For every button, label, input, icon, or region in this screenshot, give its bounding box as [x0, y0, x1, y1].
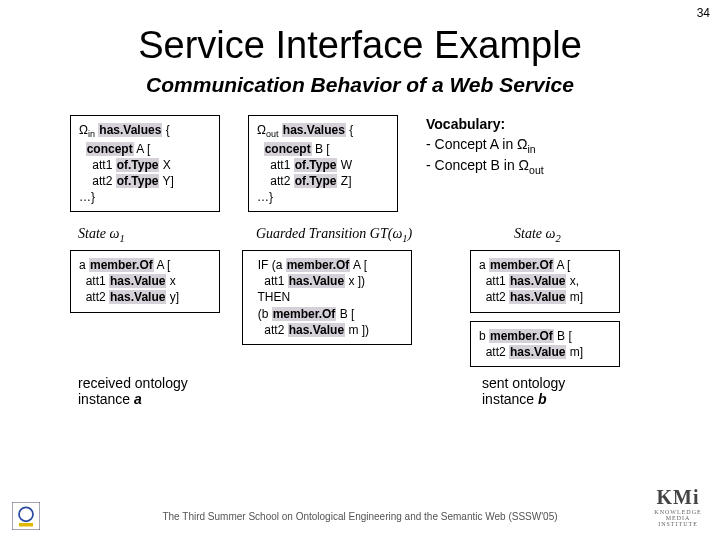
- t: ): [408, 226, 413, 241]
- t: X: [159, 158, 170, 172]
- t: att1: [79, 158, 116, 172]
- t: m ]): [345, 323, 369, 337]
- t: instance: [78, 391, 134, 407]
- guarded-transition-label: Guarded Transition GT(ω1): [256, 226, 446, 244]
- t: Guarded Transition GT(ω: [256, 226, 402, 241]
- row-members: a member.Of A [ att1 has.Value x att2 ha…: [0, 250, 720, 367]
- t: has.Values: [98, 123, 162, 137]
- t: State ω: [514, 226, 555, 241]
- t: Y]: [159, 174, 173, 188]
- t: att1: [257, 158, 294, 172]
- t: Ω: [79, 123, 88, 137]
- guarded-transition-box: IF (a member.Of A [ att1 has.Value x ]) …: [242, 250, 412, 345]
- t: att2: [479, 290, 509, 304]
- t: att1: [79, 274, 109, 288]
- t: has.Value: [509, 274, 566, 288]
- t: of.Type: [294, 174, 338, 188]
- t: has.Value: [288, 274, 345, 288]
- t: concept: [86, 142, 134, 156]
- received-instance-label: received ontology instance a: [78, 375, 278, 407]
- t: a: [134, 391, 142, 407]
- page-number: 34: [697, 6, 710, 20]
- row-states: State ω1 Guarded Transition GT(ω1) State…: [0, 226, 720, 244]
- t: A [: [134, 142, 151, 156]
- t: x,: [566, 274, 579, 288]
- t: has.Value: [509, 345, 566, 359]
- t: out: [529, 164, 544, 176]
- t: att1: [479, 274, 509, 288]
- t: [257, 142, 264, 156]
- t: member.Of: [272, 307, 337, 321]
- t: {: [346, 123, 353, 137]
- kmi-logo-icon: KMi KNOWLEDGEMEDIAINSTITUTE: [646, 486, 710, 536]
- t: m]: [566, 345, 583, 359]
- t: …}: [257, 189, 389, 205]
- t: has.Values: [282, 123, 346, 137]
- member-a-box-state1: a member.Of A [ att1 has.Value x att2 ha…: [70, 250, 220, 313]
- t: a: [479, 258, 489, 272]
- t: {: [162, 123, 169, 137]
- t: member.Of: [489, 329, 554, 343]
- t: 2: [555, 233, 560, 244]
- t: a: [79, 258, 89, 272]
- t: b: [538, 391, 547, 407]
- t: IF (a: [251, 258, 286, 272]
- t: (b: [251, 307, 272, 321]
- t: att2: [257, 174, 294, 188]
- t: received ontology: [78, 375, 278, 391]
- footer-text: The Third Summer School on Ontological E…: [0, 511, 720, 522]
- t: B [: [312, 142, 330, 156]
- t: A [: [554, 258, 571, 272]
- t: A [: [350, 258, 367, 272]
- t: - Concept B in Ω: [426, 157, 529, 173]
- t: - Concept A in Ω: [426, 136, 528, 152]
- svg-rect-2: [19, 523, 33, 527]
- sent-instance-label: sent ontology instance b: [482, 375, 642, 407]
- t: 1: [119, 233, 124, 244]
- t: att2: [251, 323, 288, 337]
- omega-out-box: Ωout has.Values { concept B [ att1 of.Ty…: [248, 115, 398, 212]
- t: in: [528, 142, 536, 154]
- t: has.Value: [288, 323, 345, 337]
- t: …}: [79, 189, 211, 205]
- t: att2: [79, 174, 116, 188]
- state-2-label: State ω2: [514, 226, 664, 244]
- page-subtitle: Communication Behavior of a Web Service: [0, 73, 720, 97]
- t: of.Type: [116, 158, 160, 172]
- row-instance-labels: received ontology instance a sent ontolo…: [0, 375, 720, 407]
- t: THEN: [251, 289, 403, 305]
- t: sent ontology: [482, 375, 642, 391]
- state-1-label: State ω1: [78, 226, 228, 244]
- t: has.Value: [509, 290, 566, 304]
- t: Z]: [337, 174, 351, 188]
- t: member.Of: [286, 258, 351, 272]
- omega-in-box: Ωin has.Values { concept A [ att1 of.Typ…: [70, 115, 220, 212]
- t: Ω: [257, 123, 266, 137]
- member-a-box-state2: a member.Of A [ att1 has.Value x, att2 h…: [470, 250, 620, 313]
- t: Vocabulary:: [426, 116, 505, 132]
- t: B [: [554, 329, 572, 343]
- t: has.Value: [109, 274, 166, 288]
- t: [79, 142, 86, 156]
- row-omegas: Ωin has.Values { concept A [ att1 of.Typ…: [0, 115, 720, 212]
- t: y]: [166, 290, 179, 304]
- t: A [: [154, 258, 171, 272]
- t: in: [88, 129, 95, 139]
- t: att2: [79, 290, 109, 304]
- t: has.Value: [109, 290, 166, 304]
- t: x ]): [345, 274, 365, 288]
- t: att2: [479, 345, 509, 359]
- t: b: [479, 329, 489, 343]
- t: concept: [264, 142, 312, 156]
- t: W: [337, 158, 352, 172]
- t: instance: [482, 391, 538, 407]
- t: of.Type: [116, 174, 160, 188]
- t: m]: [566, 290, 583, 304]
- t: out: [266, 129, 279, 139]
- t: member.Of: [89, 258, 154, 272]
- vocabulary-block: Vocabulary: - Concept A in Ωin - Concept…: [426, 115, 544, 178]
- member-b-box-state2: b member.Of B [ att2 has.Value m]: [470, 321, 620, 367]
- t: State ω: [78, 226, 119, 241]
- t: B [: [336, 307, 354, 321]
- t: of.Type: [294, 158, 338, 172]
